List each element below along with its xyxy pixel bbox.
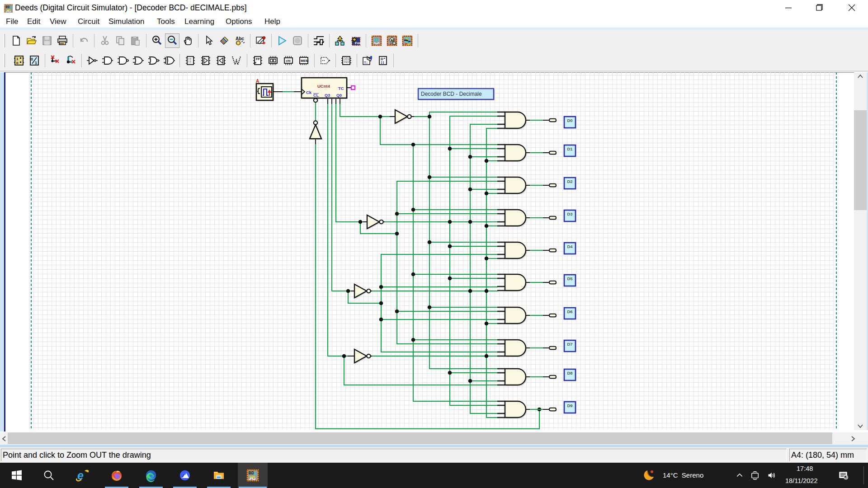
svg-text:FF: FF [256, 57, 260, 61]
svg-text:010: 010 [344, 60, 349, 63]
svg-text:0: 0 [16, 61, 19, 65]
svg-text:0: 0 [31, 57, 33, 61]
svg-text:MEM: MEM [301, 59, 309, 63]
svg-text:1: 1 [16, 57, 19, 61]
svg-text:T::: T:: [364, 61, 368, 65]
svg-text:Fm: Fm [355, 41, 360, 45]
svg-text:101: 101 [344, 57, 349, 60]
svg-text:1: 1 [35, 61, 37, 65]
svg-text:D: D [374, 38, 377, 42]
svg-text:cht: cht [286, 59, 291, 62]
svg-text:Abc: Abc [236, 36, 244, 41]
svg-text:D: D [381, 57, 383, 61]
